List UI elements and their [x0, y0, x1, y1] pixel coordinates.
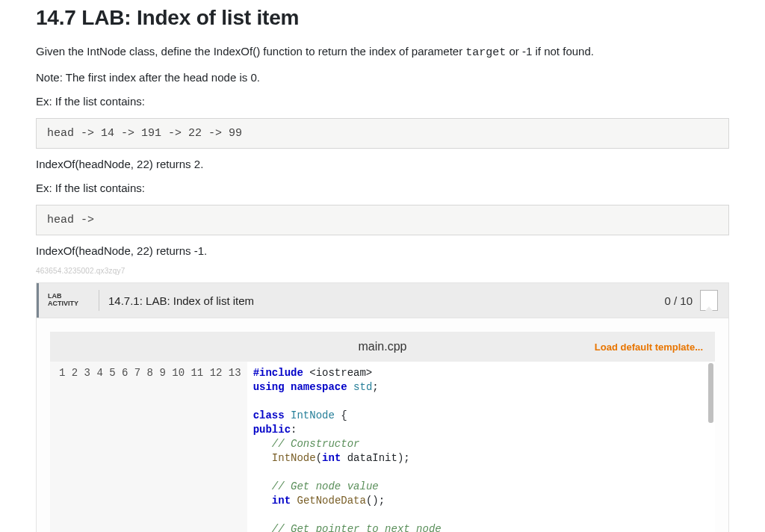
page-title: 14.7 LAB: Index of list item — [36, 6, 729, 30]
score-badge-icon — [700, 290, 718, 311]
intro-code-target: target — [465, 46, 506, 59]
lab-title: 14.7.1: LAB: Index of list item — [108, 294, 664, 307]
lab-score: 0 / 10 — [664, 294, 693, 307]
intro-before: Given the IntNode class, define the Inde… — [36, 45, 465, 58]
note-paragraph: Note: The first index after the head nod… — [36, 69, 729, 87]
code-content[interactable]: #include <iostream> using namespace std;… — [247, 362, 715, 532]
lab-tag-line2: ACTIVITY — [48, 300, 90, 308]
scrollbar-thumb[interactable] — [708, 363, 713, 423]
listing-2: head -> — [36, 205, 729, 235]
intro-after: or -1 if not found. — [506, 45, 594, 58]
file-tab-bar: main.cpp Load default template... — [50, 332, 715, 362]
lab-header: LAB ACTIVITY 14.7.1: LAB: Index of list … — [37, 283, 728, 318]
result-1: IndexOf(headNode, 22) returns 2. — [36, 156, 729, 173]
code-editor[interactable]: 1 2 3 4 5 6 7 8 9 10 11 12 13 #include <… — [50, 362, 715, 532]
lab-activity-box: LAB ACTIVITY 14.7.1: LAB: Index of list … — [36, 282, 729, 532]
line-number-gutter: 1 2 3 4 5 6 7 8 9 10 11 12 13 — [50, 362, 247, 532]
listing-1: head -> 14 -> 191 -> 22 -> 99 — [36, 118, 729, 149]
example-label-2: Ex: If the list contains: — [36, 180, 729, 197]
file-tab-main[interactable]: main.cpp — [359, 340, 407, 353]
result-2: IndexOf(headNode, 22) returns -1. — [36, 243, 729, 260]
example-label-1: Ex: If the list contains: — [36, 93, 729, 111]
lab-tag: LAB ACTIVITY — [37, 283, 99, 318]
load-default-template-link[interactable]: Load default template... — [595, 341, 703, 353]
watermark: 463654.3235002.qx3zqy7 — [36, 267, 729, 275]
lab-divider — [99, 290, 99, 311]
editor-wrap: main.cpp Load default template... 1 2 3 … — [37, 318, 728, 532]
intro-paragraph: Given the IntNode class, define the Inde… — [36, 43, 729, 62]
